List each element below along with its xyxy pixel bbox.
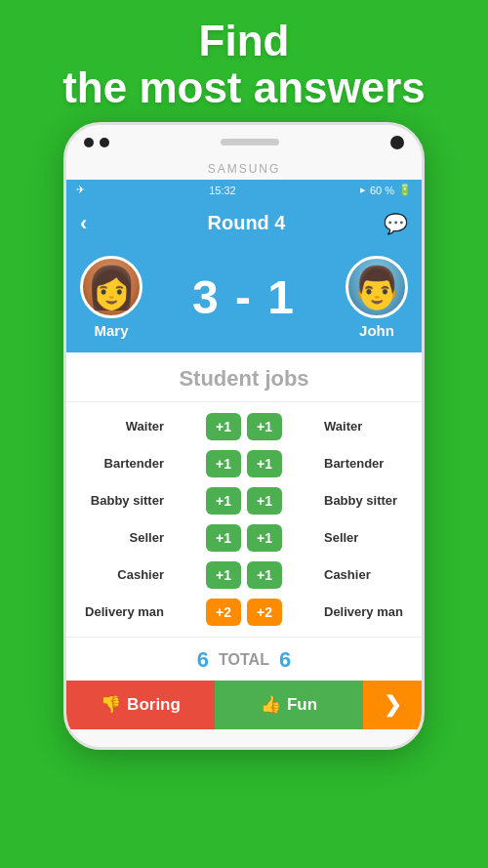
player-right: John [346,256,408,339]
answer-right-label: Babby sitter [324,493,412,508]
headline-line2: the most answers [62,63,426,111]
back-button[interactable]: ‹ [80,211,109,236]
answer-badges: +1 +1 [206,450,282,477]
answer-right-label: Seller [324,530,412,545]
badge-right: +1 [247,487,282,515]
score-left: 3 [192,271,221,323]
answer-row: Delivery man +2 +2 Delivery man [76,594,412,631]
score-area: Mary 3 - 1 John [66,246,422,352]
badge-right: +1 [247,561,282,589]
total-right: 6 [279,647,291,673]
avatar-john [346,256,408,318]
answer-row: Bartender +1 +1 Bartender [76,445,412,482]
score-right: 1 [267,271,296,323]
answer-badges: +1 +1 [206,413,282,440]
bottom-buttons: 👎 Boring 👍 Fun ❯ [66,681,422,729]
answer-row: Babby sitter +1 +1 Babby sitter [76,482,412,519]
battery-icon: 🔋 [398,184,412,196]
status-right: ▸ 60 % 🔋 [360,184,412,196]
speaker-bar [221,139,279,145]
answer-row: Seller +1 +1 Seller [76,519,412,557]
phone-cameras [84,138,109,147]
thumbs-up-icon: 👍 [261,694,281,715]
boring-label: Boring [127,695,181,715]
boring-button[interactable]: 👎 Boring [66,681,215,729]
app-header: ‹ Round 4 💬 [66,201,422,246]
phone-bottom-bar [66,729,422,747]
fun-label: Fun [287,695,317,715]
game-content: Student jobs Waiter +1 +1 Waiter Bartend… [66,352,422,729]
score-separator: - [235,271,253,323]
airplane-icon: ✈ [76,184,85,196]
battery-text: 60 % [370,185,394,196]
badge-left: +1 [206,487,241,515]
fun-button[interactable]: 👍 Fun [215,681,363,729]
badge-left: +1 [206,413,241,440]
samsung-label: SAMSUNG [66,160,422,180]
player-left: Mary [80,256,142,339]
answer-badges: +1 +1 [206,524,282,552]
chat-icon[interactable]: 💬 [384,212,408,235]
status-time: 15:32 [209,185,236,196]
headline: Find the most answers [62,18,426,112]
location-icon: ▸ [360,184,366,196]
answer-right-label: Waiter [324,419,412,434]
answer-left-label: Delivery man [76,604,164,619]
total-left: 6 [197,647,209,673]
player-left-name: Mary [94,322,128,339]
status-left: ✈ [76,184,85,196]
badge-left: +1 [206,561,241,589]
phone-top-bar [66,125,422,160]
answers-table: Waiter +1 +1 Waiter Bartender +1 +1 Bart… [66,402,422,637]
badge-left: +1 [206,450,241,477]
total-label: TOTAL [219,651,269,669]
answer-left-label: Bartender [76,456,164,471]
answer-right-label: Bartender [324,456,412,471]
total-row: 6 TOTAL 6 [66,637,422,681]
next-button[interactable]: ❯ [363,681,422,729]
headline-line1: Find [199,17,290,64]
answer-left-label: Waiter [76,419,164,434]
answer-badges: +2 +2 [206,599,282,626]
camera-dot-right [100,138,109,147]
badge-right: +1 [247,413,282,440]
camera-dot-left [84,138,94,147]
status-bar: ✈ 15:32 ▸ 60 % 🔋 [66,180,422,201]
phone-shell: SAMSUNG ✈ 15:32 ▸ 60 % 🔋 ‹ Round 4 💬 Mar… [63,122,425,750]
answer-row: Waiter +1 +1 Waiter [76,408,412,445]
answer-right-label: Delivery man [324,604,412,619]
app-background: Find the most answers SAMSUNG ✈ 15:32 ▸ … [0,0,488,868]
thumbs-down-icon: 👎 [101,694,121,715]
round-title: Round 4 [208,212,286,234]
badge-right: +1 [247,524,282,552]
next-icon: ❯ [384,692,401,718]
category-title: Student jobs [66,352,422,402]
avatar-mary [80,256,142,318]
camera-right [390,136,404,149]
badge-left: +2 [206,599,241,626]
answer-left-label: Babby sitter [76,493,164,508]
score-display: 3 - 1 [192,270,296,324]
answer-left-label: Seller [76,530,164,545]
answer-badges: +1 +1 [206,487,282,515]
player-right-name: John [359,322,394,339]
badge-left: +1 [206,524,241,552]
answer-left-label: Cashier [76,567,164,582]
badge-right: +1 [247,450,282,477]
answer-badges: +1 +1 [206,561,282,589]
badge-right: +2 [247,599,282,626]
answer-row: Cashier +1 +1 Cashier [76,557,412,594]
answer-right-label: Cashier [324,567,412,582]
